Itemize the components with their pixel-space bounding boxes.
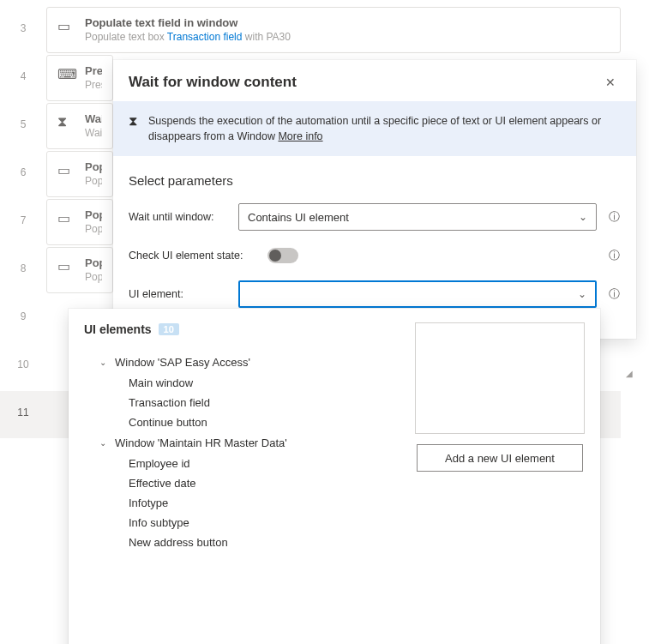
tree-item[interactable]: Infotype <box>129 493 585 513</box>
panel-title: UI elements <box>84 322 152 336</box>
chevron-down-icon: ⌄ <box>99 438 110 448</box>
section-heading: Select parameters <box>113 156 636 195</box>
ui-element-label: UI element: <box>129 288 228 300</box>
hourglass-icon: ⧗ <box>129 113 138 144</box>
window-icon: ▭ <box>57 16 75 34</box>
ui-element-dropdown[interactable]: ⌄ <box>238 280 597 308</box>
elements-count-badge: 10 <box>159 323 179 335</box>
chevron-down-icon: ⌄ <box>578 288 586 300</box>
window-icon: ▭ <box>57 256 75 274</box>
wait-until-label: Wait until window: <box>129 211 228 223</box>
window-icon: ▭ <box>57 160 75 178</box>
hourglass-icon: ⧗ <box>57 112 75 129</box>
ui-elements-panel: UI elements 10 ⌄ Window 'SAP Easy Access… <box>69 309 600 644</box>
dropdown-value: Contains UI element <box>248 211 349 224</box>
close-icon[interactable]: ✕ <box>600 72 621 93</box>
tree-item[interactable]: Info subtype <box>129 513 585 533</box>
tree-item[interactable]: New address button <box>129 533 585 552</box>
chevron-down-icon: ⌄ <box>579 211 587 223</box>
tree-item[interactable]: Effective date <box>129 473 585 493</box>
wait-until-dropdown[interactable]: Contains UI element ⌄ <box>238 203 597 231</box>
window-icon: ▭ <box>57 208 75 226</box>
step-number: 3 <box>0 7 46 34</box>
info-banner: ⧗ Suspends the execution of the automati… <box>113 101 636 156</box>
help-icon[interactable]: ⓘ <box>607 248 621 263</box>
dialog-title: Wait for window content <box>129 74 297 91</box>
step-row-3[interactable]: 3 ▭ Populate text field in window Popula… <box>0 7 621 54</box>
ui-element-link[interactable]: Transaction field <box>167 31 243 43</box>
keyboard-icon: ⌨ <box>57 64 75 82</box>
help-icon[interactable]: ⓘ <box>607 286 621 302</box>
action-dialog: Wait for window content ✕ ⧗ Suspends the… <box>113 60 636 339</box>
check-state-label: Check UI element state: <box>129 250 257 262</box>
add-ui-element-button[interactable]: Add a new UI element <box>417 444 583 472</box>
element-preview <box>415 322 585 434</box>
check-state-toggle[interactable] <box>267 248 298 263</box>
more-info-link[interactable]: More info <box>278 130 322 142</box>
help-icon[interactable]: ⓘ <box>607 209 621 225</box>
resize-handle-icon[interactable]: ◢ <box>626 369 633 378</box>
step-title: Populate text field in window <box>85 16 291 30</box>
chevron-down-icon: ⌄ <box>99 358 110 367</box>
step-subtitle: Populate text box Transaction field with… <box>85 30 291 44</box>
